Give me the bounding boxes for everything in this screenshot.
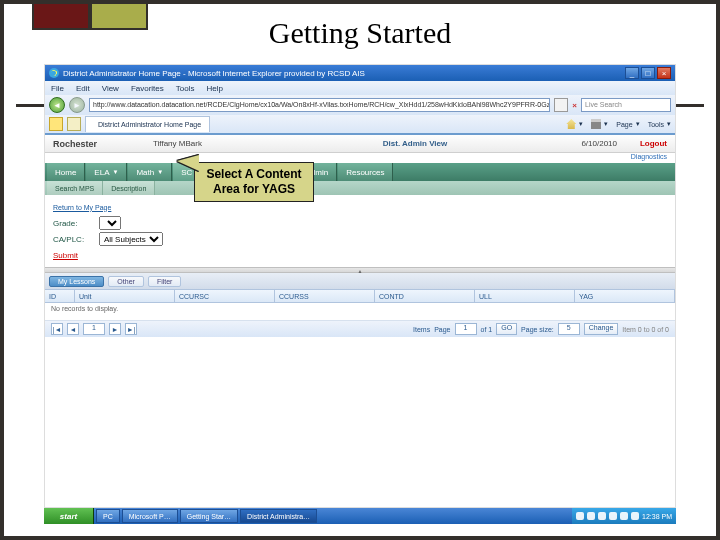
grade-select[interactable]: [99, 216, 121, 230]
grid-col-ccursc[interactable]: CCURSC: [175, 290, 275, 302]
app-header: Rochester Tiffany MBark Dist. Admin View…: [45, 135, 675, 153]
embedded-screenshot: District Administrator Home Page - Micro…: [44, 64, 676, 508]
toolbar-tools[interactable]: Tools ▾: [648, 119, 671, 129]
tab-ela[interactable]: ELA▼: [86, 163, 127, 181]
app-nav-tabs: Home ELA▼ Math▼ SC▼ Grade Reports Admin …: [45, 163, 675, 181]
pager-next-button[interactable]: ►: [109, 323, 121, 335]
window-title: District Administrator Home Page - Micro…: [63, 69, 625, 78]
pager-items-label: Items: [413, 326, 430, 333]
grid-col-contd[interactable]: CONTD: [375, 290, 475, 302]
menu-file[interactable]: File: [51, 84, 64, 93]
view-mode: Dist. Admin View: [273, 139, 557, 148]
close-button[interactable]: ×: [657, 67, 671, 79]
grid-col-id[interactable]: ID: [45, 290, 75, 302]
user-name: Tiffany MBark: [153, 139, 273, 148]
menu-favorites[interactable]: Favorites: [131, 84, 164, 93]
address-bar[interactable]: http://www.datacation.datacation.net/RCD…: [89, 98, 550, 112]
chevron-down-icon: ▼: [112, 169, 118, 175]
menu-edit[interactable]: Edit: [76, 84, 90, 93]
pager-prev-button[interactable]: ◄: [67, 323, 79, 335]
grid-pager: |◄ ◄ 1 ► ►| Items Page 1 of 1 GO Page si…: [45, 321, 675, 337]
filter-button[interactable]: Filter: [148, 276, 182, 287]
pager-page-label: Page: [434, 326, 450, 333]
content-area-label: CA/PLC:: [53, 235, 93, 244]
favorites-icon[interactable]: [49, 117, 63, 131]
tab-resources[interactable]: Resources: [338, 163, 393, 181]
pager-item-count: Item 0 to 0 of 0: [622, 326, 669, 333]
browser-tab-row: District Administrator Home Page ▾ ▾ Pag…: [45, 115, 675, 133]
app-subtabs: Search MPS Description: [45, 181, 675, 195]
subtab-description[interactable]: Description: [103, 181, 155, 195]
tray-icon[interactable]: [576, 512, 584, 520]
diagnostics-link[interactable]: Diagnostics: [45, 153, 675, 163]
tray-icon[interactable]: [598, 512, 606, 520]
callout-text: Select A Content Area for YAGS: [206, 167, 301, 196]
tray-clock: 12:38 PM: [642, 513, 672, 520]
taskbar-item-active[interactable]: District Administra…: [240, 509, 317, 523]
grid-col-yag[interactable]: YAG: [575, 290, 675, 302]
pager-page-of-input[interactable]: 1: [455, 323, 477, 335]
toolbar-print[interactable]: ▾: [591, 119, 608, 129]
tab-home[interactable]: Home: [47, 163, 85, 181]
reset-link[interactable]: Return to My Page: [53, 204, 111, 211]
subtab-search[interactable]: Search MPS: [47, 181, 103, 195]
slide-title: Getting Started: [4, 16, 716, 50]
logout-link[interactable]: Logout: [617, 139, 667, 148]
browser-search-input[interactable]: Live Search: [581, 98, 671, 112]
callout-bubble: Select A Content Area for YAGS: [194, 162, 314, 202]
minimize-button[interactable]: _: [625, 67, 639, 79]
add-favorites-icon[interactable]: [67, 117, 81, 131]
lessons-toolbar: My Lessons Other Filter: [45, 273, 675, 289]
refresh-button[interactable]: [554, 98, 568, 112]
menu-help[interactable]: Help: [206, 84, 222, 93]
grid-header: ID Unit CCURSC CCURSS CONTD ULL YAG: [45, 289, 675, 303]
window-titlebar: District Administrator Home Page - Micro…: [45, 65, 675, 81]
slide-frame: Getting Started District Administrator H…: [0, 0, 720, 540]
system-tray[interactable]: 12:38 PM: [572, 508, 676, 524]
other-button[interactable]: Other: [108, 276, 144, 287]
menu-view[interactable]: View: [102, 84, 119, 93]
maximize-button[interactable]: □: [641, 67, 655, 79]
browser-tab[interactable]: District Administrator Home Page: [85, 116, 210, 132]
taskbar-item[interactable]: PC: [96, 509, 120, 523]
close-icon[interactable]: ×: [572, 101, 577, 110]
pager-page-input[interactable]: 1: [83, 323, 105, 335]
chevron-down-icon: ▼: [157, 169, 163, 175]
grid-col-ccurss[interactable]: CCURSS: [275, 290, 375, 302]
submit-button[interactable]: Submit: [53, 251, 78, 260]
district-label: Rochester: [53, 139, 153, 149]
grade-label: Grade:: [53, 219, 93, 228]
pager-first-button[interactable]: |◄: [51, 323, 63, 335]
browser-tab-label: District Administrator Home Page: [98, 121, 201, 128]
printer-icon: [591, 119, 601, 129]
toolbar-page[interactable]: Page ▾: [616, 119, 639, 129]
filter-panel: Return to My Page Grade: CA/PLC: All Sub…: [45, 195, 675, 267]
taskbar-item[interactable]: Getting Star…: [180, 509, 238, 523]
pager-of: of 1: [481, 326, 493, 333]
tray-icon[interactable]: [620, 512, 628, 520]
current-date: 6/10/2010: [557, 139, 617, 148]
pager-page-size-label: Page size:: [521, 326, 554, 333]
browser-address-row: ◄ ► http://www.datacation.datacation.net…: [45, 95, 675, 115]
toolbar-home[interactable]: ▾: [566, 119, 583, 129]
forward-button[interactable]: ►: [69, 97, 85, 113]
start-button[interactable]: start: [44, 508, 94, 524]
content-area-select[interactable]: All Subjects: [99, 232, 163, 246]
tab-math[interactable]: Math▼: [128, 163, 172, 181]
pager-last-button[interactable]: ►|: [125, 323, 137, 335]
menu-tools[interactable]: Tools: [176, 84, 195, 93]
tray-icon[interactable]: [609, 512, 617, 520]
pager-change-button[interactable]: Change: [584, 323, 619, 335]
pager-go-button[interactable]: GO: [496, 323, 517, 335]
grid-col-ull[interactable]: ULL: [475, 290, 575, 302]
browser-menubar: File Edit View Favorites Tools Help: [45, 81, 675, 95]
grid-col-unit[interactable]: Unit: [75, 290, 175, 302]
pager-page-size-input[interactable]: 5: [558, 323, 580, 335]
my-lessons-button[interactable]: My Lessons: [49, 276, 104, 287]
back-button[interactable]: ◄: [49, 97, 65, 113]
home-icon: [566, 119, 576, 129]
grid-empty-message: No records to display.: [45, 303, 675, 321]
tray-icon[interactable]: [587, 512, 595, 520]
tray-icon[interactable]: [631, 512, 639, 520]
taskbar-item[interactable]: Microsoft P…: [122, 509, 178, 523]
